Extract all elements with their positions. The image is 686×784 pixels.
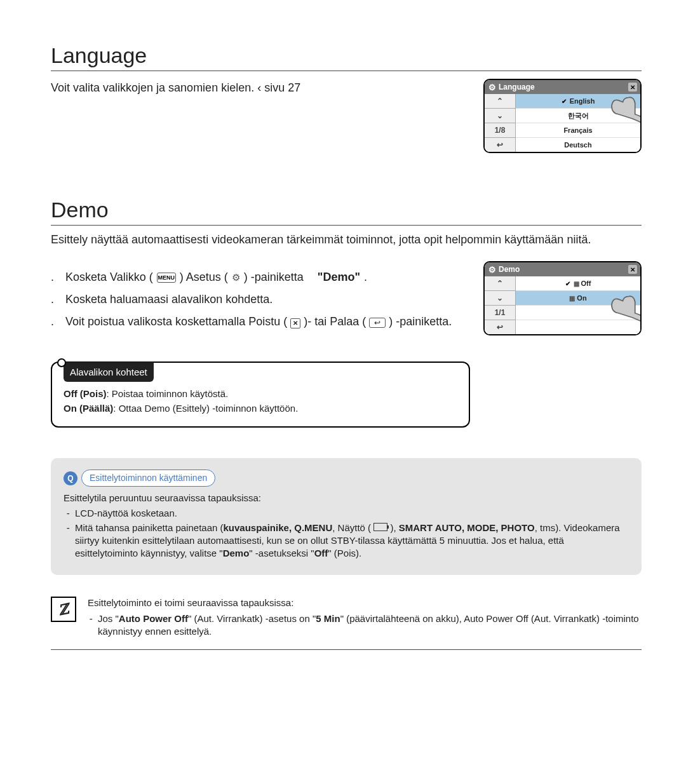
page-indicator: 1/1	[485, 305, 515, 320]
note-box: ℤ Esittelytoiminto ei toimi seuraavissa …	[51, 597, 642, 650]
demo-desc: Esittely näyttää automaattisesti videoka…	[51, 232, 642, 247]
menu-button-icon: MENU	[157, 273, 176, 283]
magnifier-icon: Q	[64, 471, 77, 485]
note-intro: Esittelytoiminto ei toimi seuraavissa ta…	[88, 597, 642, 609]
language-screen: ⚙ Language ✕ ⌃ ⌄ 1/8 ↩ English 한국어 Franç…	[483, 79, 642, 153]
gear-icon: ⚙	[488, 265, 496, 274]
pointing-hand-icon	[601, 285, 642, 330]
demo-step-3: Voit poistua valikosta koskettamalla Poi…	[51, 315, 464, 328]
section-title-demo: Demo	[51, 198, 642, 226]
gear-icon	[232, 271, 240, 284]
tips-bullet-1: LCD-näyttöä kosketaan.	[75, 507, 629, 520]
tips-bullet-2: Mitä tahansa painiketta painetaan (kuvau…	[75, 522, 629, 560]
scroll-down-button[interactable]: ⌄	[485, 290, 515, 305]
lang-option-deutsch[interactable]: Deutsch	[516, 137, 640, 152]
submenu-items-box: Alavalikon kohteet Off (Pois): Poistaa t…	[51, 362, 470, 428]
scroll-up-button[interactable]: ⌃	[485, 94, 515, 108]
screen-title: Demo	[499, 265, 520, 274]
language-desc: Voit valita valikkojen ja sanomien kiele…	[51, 80, 464, 95]
submenu-item-on: On (Päällä): Ottaa Demo (Esittely) -toim…	[64, 402, 457, 415]
return-button[interactable]: ↩	[485, 137, 515, 152]
return-icon: ↩	[369, 318, 386, 328]
pointing-hand-icon	[601, 86, 642, 131]
section-title-language: Language	[51, 43, 642, 71]
gear-icon: ⚙	[488, 83, 496, 92]
demo-screen: ⚙ Demo ✕ ⌃ ⌄ 1/1 ↩ Off On	[483, 261, 642, 335]
display-icon	[373, 523, 387, 531]
page-indicator: 1/8	[485, 123, 515, 137]
demo-step-2: Kosketa haluamaasi alavalikon kohdetta.	[51, 293, 464, 306]
submenu-header: Alavalikon kohteet	[64, 362, 154, 382]
tips-title: Esittelytoiminnon käyttäminen	[81, 470, 215, 487]
scroll-up-button[interactable]: ⌃	[485, 276, 515, 290]
screen-title: Language	[499, 83, 535, 91]
note-bullet-1: Jos "Auto Power Off" (Aut. Virrankatk) -…	[98, 612, 642, 639]
demo-step-1: Kosketa Valikko ( MENU ) Asetus ( ) -pai…	[51, 271, 464, 284]
tips-box: Q Esittelytoiminnon käyttäminen Esittely…	[51, 458, 642, 575]
close-icon: ✕	[290, 318, 300, 328]
tips-intro: Esittelytila peruuntuu seuraavissa tapau…	[64, 492, 629, 504]
submenu-item-off: Off (Pois): Poistaa toiminnon käytöstä.	[64, 387, 457, 400]
scroll-down-button[interactable]: ⌄	[485, 108, 515, 123]
close-icon[interactable]: ✕	[628, 265, 637, 274]
screen-header: ⚙ Demo ✕	[485, 262, 640, 276]
return-button[interactable]: ↩	[485, 320, 515, 334]
note-icon: ℤ	[51, 597, 76, 622]
